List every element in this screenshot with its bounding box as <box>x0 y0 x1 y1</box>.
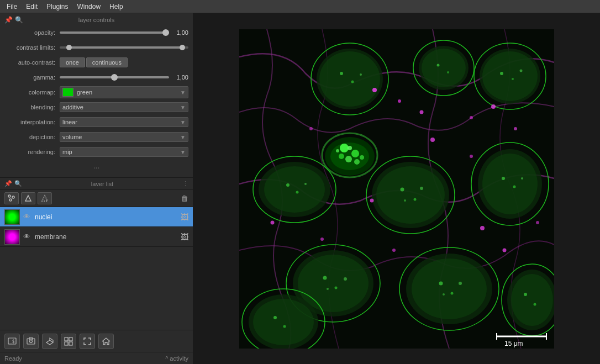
svg-point-24 <box>437 64 440 66</box>
svg-point-68 <box>327 288 329 290</box>
svg-point-38 <box>339 154 344 159</box>
rendering-dropdown[interactable]: mip ▼ <box>60 147 188 157</box>
svg-point-46 <box>286 183 290 187</box>
contrast-thumb-right[interactable] <box>180 45 185 50</box>
svg-point-97 <box>430 138 435 142</box>
shapes-icon <box>24 194 32 202</box>
svg-point-30 <box>351 80 354 83</box>
gamma-label: gamma: <box>4 74 60 81</box>
blending-label: blending: <box>4 104 60 110</box>
svg-point-60 <box>513 185 516 188</box>
svg-point-85 <box>283 325 286 328</box>
contrast-thumb-left[interactable] <box>66 45 72 50</box>
svg-point-37 <box>354 159 360 165</box>
nuclei-expand-icon[interactable]: 🖼 <box>181 213 188 221</box>
svg-point-83 <box>253 299 314 345</box>
layer-list-header-right: ⋮ <box>182 180 188 187</box>
menu-bar: File Edit Plugins Window Help <box>0 0 600 13</box>
menu-plugins[interactable]: Plugins <box>42 2 72 12</box>
home-button[interactable] <box>98 334 114 349</box>
svg-point-28 <box>319 51 380 107</box>
once-button[interactable]: once <box>60 57 85 67</box>
svg-point-35 <box>351 150 359 157</box>
svg-point-101 <box>514 127 517 130</box>
contrast-fill <box>66 46 182 49</box>
opacity-label: opacity: <box>4 29 60 36</box>
svg-point-18 <box>500 72 503 75</box>
console-button[interactable]: _$ <box>4 334 20 349</box>
labels-tool-button[interactable] <box>38 192 52 204</box>
left-panel: 📌 🔍 layer controls opacity: 1,00 contras… <box>0 13 193 364</box>
blending-dropdown[interactable]: additive ▼ <box>60 102 188 112</box>
layer-item-membrane[interactable]: 👁 membrane 🖼 <box>0 227 193 247</box>
interpolation-label: interpolation: <box>4 119 60 125</box>
contrast-slider[interactable] <box>60 43 188 52</box>
layer-list-pin-icon[interactable]: 📌 <box>4 180 12 187</box>
menu-file[interactable]: File <box>2 2 22 12</box>
svg-point-2 <box>9 199 12 201</box>
menu-window[interactable]: Window <box>72 2 105 12</box>
activity-button[interactable]: ^ activity <box>165 355 188 362</box>
colormap-dropdown[interactable]: green ▼ <box>60 86 188 98</box>
svg-point-23 <box>422 49 466 87</box>
gamma-value: 1,00 <box>169 74 188 81</box>
status-ready: Ready <box>4 355 22 362</box>
grid-view-button[interactable] <box>61 334 76 349</box>
svg-point-89 <box>470 116 473 119</box>
blending-row: blending: additive ▼ <box>4 101 188 113</box>
depiction-value: volume <box>62 134 82 140</box>
svg-point-87 <box>398 99 401 103</box>
shapes-tool-button[interactable] <box>21 192 35 204</box>
continuous-button[interactable]: continuous <box>86 57 128 67</box>
menu-help[interactable]: Help <box>105 2 128 12</box>
svg-text:15 μm: 15 μm <box>504 340 523 347</box>
svg-point-73 <box>451 292 454 294</box>
membrane-name: membrane <box>35 233 181 241</box>
svg-point-55 <box>404 199 406 202</box>
opacity-value: 1,00 <box>169 29 188 36</box>
membrane-visibility-icon[interactable]: 👁 <box>23 233 30 241</box>
canvas-area[interactable]: 15 μm <box>193 13 600 364</box>
layer-list-search-icon[interactable]: 🔍 <box>14 180 22 187</box>
layer-item-nuclei[interactable]: 👁 nuclei 🖼 <box>0 207 193 227</box>
layer-list-title: laver list <box>91 181 113 187</box>
svg-point-75 <box>443 293 445 296</box>
svg-point-92 <box>320 238 324 241</box>
layer-tools: 🗑 <box>0 190 193 207</box>
3d-button[interactable] <box>42 334 57 349</box>
svg-point-20 <box>520 69 523 72</box>
svg-point-74 <box>459 282 462 285</box>
nuclei-visibility-icon[interactable]: 👁 <box>23 213 30 221</box>
opacity-slider[interactable] <box>60 31 169 34</box>
auto-contrast-row: auto-contrast: once continuous <box>4 56 188 68</box>
expand-dots[interactable]: ··· <box>4 161 188 174</box>
screenshot-button[interactable] <box>23 334 39 349</box>
layer-controls-header: 📌 🔍 layer controls <box>4 17 188 23</box>
interpolation-arrow-icon: ▼ <box>180 119 186 125</box>
interpolation-dropdown[interactable]: linear ▼ <box>60 117 188 127</box>
points-icon <box>8 194 15 202</box>
svg-point-40 <box>360 155 364 160</box>
pin-icon[interactable]: 📌 <box>4 16 13 24</box>
membrane-expand-icon[interactable]: 🖼 <box>181 233 188 241</box>
depiction-dropdown[interactable]: volume ▼ <box>60 132 188 142</box>
main-content: 📌 🔍 layer controls opacity: 1,00 contras… <box>0 13 600 364</box>
svg-point-53 <box>414 198 417 201</box>
colormap-value: green <box>77 89 180 96</box>
layer-list-more-icon[interactable]: ⋮ <box>182 180 188 187</box>
points-tool-button[interactable] <box>4 192 19 204</box>
gamma-slider[interactable] <box>60 76 169 78</box>
svg-point-80 <box>534 303 536 305</box>
layer-list-panel: 📌 🔍 laver list ⋮ <box>0 178 193 330</box>
svg-point-39 <box>348 146 352 150</box>
rendering-label: rendering: <box>4 149 60 155</box>
depiction-row: depiction: volume ▼ <box>4 131 188 143</box>
screenshot-icon <box>27 337 35 346</box>
rendering-arrow-icon: ▼ <box>180 149 186 155</box>
menu-edit[interactable]: Edit <box>22 2 42 12</box>
membrane-thumbnail <box>4 229 20 245</box>
fullscreen-button[interactable] <box>80 334 95 349</box>
svg-point-31 <box>360 73 362 76</box>
search-icon[interactable]: 🔍 <box>15 16 23 24</box>
delete-layer-button[interactable]: 🗑 <box>181 194 188 203</box>
